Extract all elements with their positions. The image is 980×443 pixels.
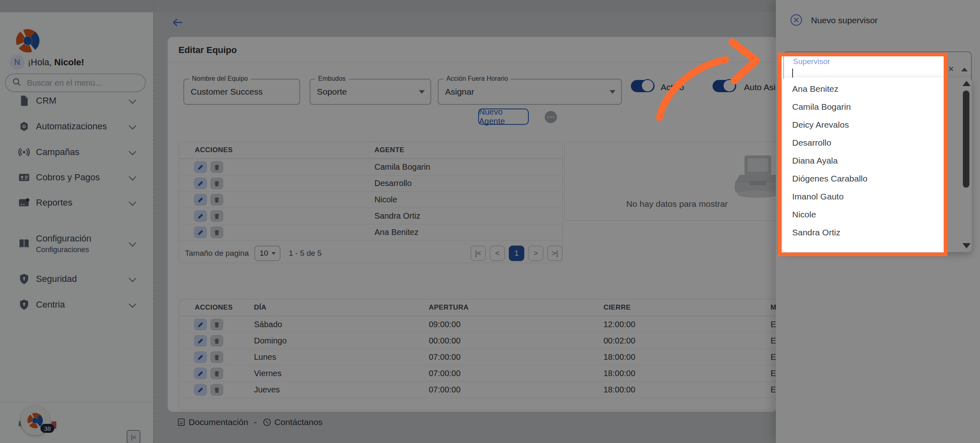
message-cell: E — [771, 369, 776, 378]
agent-name: Sandra Ortiz — [369, 211, 420, 221]
open-cell: 00:00:00 — [429, 336, 604, 346]
first-page-button[interactable]: |< — [470, 246, 486, 261]
table-row: Nicole — [179, 192, 562, 208]
edit-button[interactable] — [194, 351, 207, 363]
table-row: Jueves 07:00:00 18:00:00 E — [179, 382, 804, 398]
pagination-bar: Tamaño de pagina 10 1 - 5 de 5 |< < 1 > … — [179, 245, 563, 262]
last-page-button[interactable]: >| — [547, 246, 563, 261]
company-logo-icon — [15, 28, 41, 54]
page-size-label: Tamaño de pagina — [185, 249, 249, 258]
chevron-down-icon — [129, 275, 136, 282]
scrollbar-down-icon[interactable] — [962, 243, 971, 248]
delete-button[interactable] — [210, 161, 223, 173]
chevron-down-icon — [129, 198, 136, 206]
search-placeholder: Buscar en el menú... — [27, 78, 102, 88]
edit-button[interactable] — [194, 226, 207, 238]
book-icon — [18, 237, 30, 250]
delete-button[interactable] — [210, 351, 223, 363]
column-header: DÍA — [254, 303, 429, 312]
sidebar-item-sublabel: Configuraciones — [36, 246, 91, 254]
chevron-down-icon — [129, 96, 136, 104]
funnels-select[interactable]: Embudos Soporte — [310, 79, 431, 105]
edit-button[interactable] — [194, 319, 207, 330]
delete-button[interactable] — [210, 384, 223, 396]
open-cell: 07:00:00 — [429, 385, 604, 394]
chevron-down-icon — [272, 252, 276, 255]
sidebar-divider — [153, 0, 154, 443]
documentation-link[interactable]: Documentación — [177, 417, 248, 427]
sidebar-item-centria[interactable]: Centria — [0, 292, 153, 317]
sidebar-item-label: Cobros y Pagos — [36, 172, 100, 183]
edit-button[interactable] — [194, 161, 207, 173]
delete-button[interactable] — [210, 177, 223, 189]
sidebar-item-campanas[interactable]: Campañas — [0, 139, 153, 165]
annotation-highlight-box — [778, 53, 947, 256]
delete-button[interactable] — [210, 319, 223, 330]
current-page-button[interactable]: 1 — [509, 246, 524, 261]
more-options-icon[interactable] — [545, 111, 557, 123]
table-row: Sábado 09:00:00 12:00:00 E — [179, 317, 804, 333]
clear-icon[interactable]: × — [947, 64, 956, 73]
sidebar-item-seguridad[interactable]: Seguridad — [0, 266, 153, 292]
agent-name: Nicole — [369, 195, 397, 204]
close-cell: 12:00:00 — [604, 320, 771, 329]
contact-link[interactable]: Contáctanos — [263, 417, 323, 427]
message-cell: E — [771, 385, 776, 394]
pagination-range: 1 - 5 de 5 — [289, 249, 321, 258]
annotation-arrow — [639, 22, 778, 128]
page-size-value: 10 — [260, 249, 268, 258]
scrollbar-thumb[interactable] — [963, 91, 969, 188]
shield-icon — [18, 273, 30, 285]
next-page-button[interactable]: > — [528, 246, 543, 261]
agent-name: Desarrollo — [369, 179, 412, 188]
gear-icon — [18, 120, 30, 133]
delete-button[interactable] — [210, 335, 223, 347]
delete-button[interactable] — [210, 368, 223, 379]
collapse-icon[interactable] — [961, 68, 968, 71]
agents-table-header: ACCIONES AGENTE — [179, 142, 562, 159]
field-label: Nombre del Equipo — [189, 75, 251, 82]
sidebar-collapse-icon[interactable]: |< — [127, 430, 140, 443]
sidebar-item-cobros-y-pagos[interactable]: Cobros y Pagos — [0, 164, 153, 190]
team-name-field[interactable]: Nombre del Equipo Customer Success — [183, 79, 300, 105]
sidebar-item-configuracion[interactable]: Configuración Configuraciones — [0, 226, 153, 261]
open-cell: 07:00:00 — [429, 352, 604, 362]
edit-button[interactable] — [194, 384, 207, 396]
delete-button[interactable] — [210, 226, 223, 238]
sidebar-item-crm[interactable]: CRM — [0, 88, 153, 113]
edit-button[interactable] — [194, 177, 207, 189]
day-cell: Sábado — [254, 320, 429, 329]
edit-button[interactable] — [194, 194, 207, 206]
close-cell: 18:00:00 — [604, 352, 771, 362]
chevron-down-icon — [129, 122, 136, 129]
field-value: Soporte — [317, 87, 347, 97]
delete-button[interactable] — [210, 194, 223, 206]
close-cell: 18:00:00 — [604, 369, 771, 378]
edit-button[interactable] — [194, 210, 207, 222]
page-size-select[interactable]: 10 — [254, 246, 281, 261]
edit-button[interactable] — [194, 368, 207, 379]
new-agent-button[interactable]: Nuevo Agente — [478, 109, 529, 125]
greeting-prefix: ¡Hola, — [28, 57, 54, 67]
prev-page-button[interactable]: < — [490, 246, 505, 261]
drawer-title: Nuevo supervisor — [811, 16, 878, 25]
back-button[interactable] — [172, 16, 184, 29]
close-cell: 00:02:00 — [604, 336, 771, 346]
off-hours-action-select[interactable]: Acción Fuera Horario Asignar — [438, 79, 622, 105]
sidebar-item-label: Seguridad — [36, 274, 77, 284]
message-cell: E — [771, 336, 776, 346]
sidebar-item-reportes[interactable]: Reportes — [0, 190, 153, 215]
footer-separator: - — [254, 417, 257, 427]
sidebar-item-automatizaciones[interactable]: Automatizaciones — [0, 113, 153, 139]
edit-button[interactable] — [194, 335, 207, 347]
table-row: Viernes 07:00:00 18:00:00 E — [179, 365, 804, 382]
close-icon[interactable] — [791, 14, 802, 26]
user-avatar[interactable]: N — [10, 55, 24, 69]
sidebar-item-label: Automatizaciones — [36, 121, 107, 132]
delete-button[interactable] — [210, 210, 223, 222]
scrollbar-up-icon[interactable] — [962, 81, 971, 86]
column-header: ACCIONES — [179, 142, 369, 158]
column-header: ACCIONES — [179, 303, 254, 312]
agent-name: Camila Bogarin — [369, 162, 430, 172]
day-cell: Lunes — [254, 352, 429, 362]
